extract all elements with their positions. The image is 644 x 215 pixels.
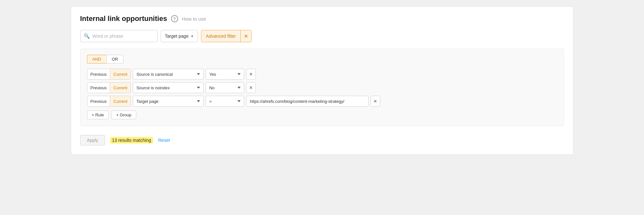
prev-curr-group-1: Previous Current (87, 69, 131, 80)
filter-row: Previous Current Source is noindex Sourc… (87, 82, 557, 93)
advanced-filter-button: Advanced filter ✕ (201, 30, 252, 42)
condition-select-2[interactable]: Source is noindex Source is canonical Ta… (133, 82, 204, 93)
add-buttons: + Rule + Group (87, 111, 557, 119)
advanced-filter-close-btn[interactable]: ✕ (240, 30, 251, 42)
target-page-dropdown-arrow: ▼ (190, 34, 194, 38)
prev-curr-group-2: Previous Current (87, 82, 131, 93)
operator-select-2[interactable]: No Yes (206, 82, 244, 93)
filter-row: Previous Current Source is canonical Sou… (87, 69, 557, 80)
results-count: 13 results matching (110, 137, 153, 143)
and-or-toggle: AND OR (87, 55, 557, 64)
condition-select-3[interactable]: Target page Source is canonical Source i… (133, 96, 204, 107)
target-page-button[interactable]: Target page ▼ (161, 30, 198, 42)
current-btn-2[interactable]: Current (110, 83, 130, 93)
remove-row-btn-1[interactable]: ✕ (246, 69, 256, 80)
apply-btn[interactable]: Apply (80, 135, 105, 145)
advanced-filter-label-btn[interactable]: Advanced filter (201, 30, 240, 42)
previous-btn-3[interactable]: Previous (87, 96, 110, 106)
how-to-use-link[interactable]: How to use (182, 16, 206, 22)
add-rule-btn[interactable]: + Rule (87, 111, 109, 119)
remove-row-btn-2[interactable]: ✕ (246, 82, 256, 93)
remove-row-btn-3[interactable]: ✕ (370, 96, 380, 107)
or-toggle-btn[interactable]: OR (106, 55, 124, 64)
search-input-wrapper: 🔍 (80, 30, 158, 42)
filter-panel: AND OR Previous Current Source is canoni… (80, 49, 564, 126)
operator-select-1[interactable]: Yes No (206, 69, 244, 80)
and-toggle-btn[interactable]: AND (87, 55, 106, 64)
condition-select-1[interactable]: Source is canonical Source is noindex Ta… (133, 69, 204, 80)
add-group-btn[interactable]: + Group (111, 111, 136, 119)
operator-select-3[interactable]: = != contains (206, 96, 244, 107)
page-title: Internal link opportunities (80, 15, 167, 23)
footer-row: Apply 13 results matching Reset (80, 132, 564, 145)
search-icon: 🔍 (84, 33, 90, 39)
current-btn-1[interactable]: Current (110, 69, 130, 79)
help-icon[interactable]: ? (171, 15, 178, 22)
reset-link[interactable]: Reset (158, 138, 170, 143)
target-page-label: Target page (165, 34, 189, 39)
filter-value-input-3[interactable] (246, 96, 369, 107)
filter-rows: Previous Current Source is canonical Sou… (87, 69, 557, 107)
main-container: Internal link opportunities ? How to use… (71, 6, 573, 155)
current-btn-3[interactable]: Current (110, 96, 130, 106)
previous-btn-1[interactable]: Previous (87, 69, 110, 79)
filter-row: Previous Current Target page Source is c… (87, 96, 557, 107)
search-row: 🔍 Target page ▼ Advanced filter ✕ (80, 30, 564, 42)
previous-btn-2[interactable]: Previous (87, 83, 110, 93)
header: Internal link opportunities ? How to use (80, 15, 564, 23)
prev-curr-group-3: Previous Current (87, 96, 131, 107)
search-input[interactable] (92, 34, 154, 39)
